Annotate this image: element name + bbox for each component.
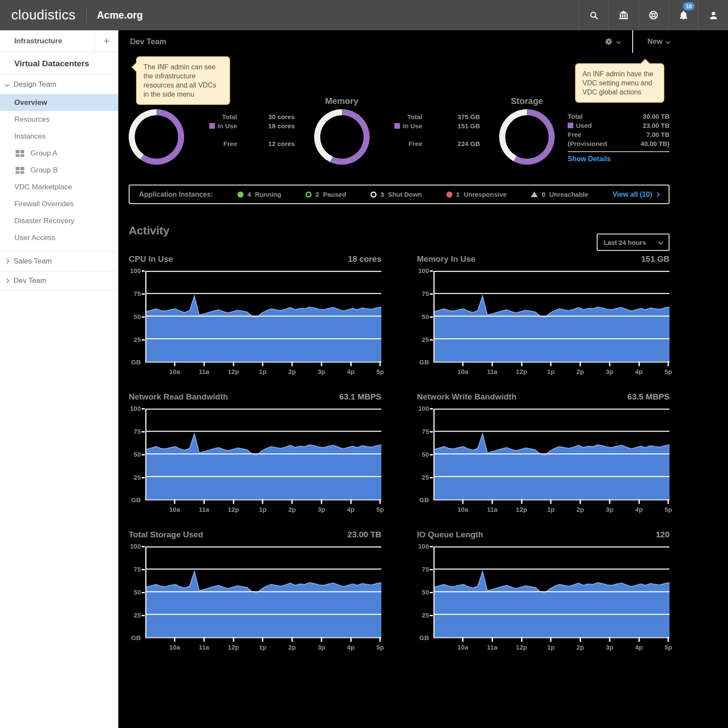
chevron-down-icon: [666, 39, 670, 44]
status-paused: 2Paused: [306, 191, 346, 198]
unresponsive-icon: [446, 192, 452, 198]
instances-label: Application Instances:: [139, 191, 213, 198]
gear-icon: [604, 37, 613, 46]
activity-title: Activity: [129, 224, 169, 237]
storage-legend: Total30.00 TB Used23.00 TB Free7.00 TB (…: [568, 96, 670, 182]
area-chart-plot: 10a11a12p1p2p3p4p5p: [145, 546, 381, 638]
header-actions: 10: [578, 0, 728, 30]
life-ring-icon: [648, 10, 659, 20]
paused-icon: [306, 192, 312, 198]
storage-donut-chart: [499, 109, 555, 165]
search-icon: [589, 10, 599, 20]
tooltip-vdc-settings: An INF admin have the VDC setting menu a…: [575, 63, 664, 103]
sidebar-item-dev-team[interactable]: Dev Team: [0, 271, 118, 290]
cpu-donut-chart: [129, 109, 184, 165]
running-icon: [237, 192, 244, 198]
vdc-header-bar: Dev Team New: [129, 30, 670, 53]
chart-title: CPU In Use: [129, 254, 173, 264]
view-all-link[interactable]: View all (10): [613, 191, 659, 198]
y-axis-labels: 100755025GB: [417, 409, 432, 500]
shutdown-icon: [370, 192, 377, 198]
sidebar-title: Infrastructure: [0, 30, 94, 52]
chevron-right-icon: [4, 259, 9, 263]
sidebar-item-user-access[interactable]: User Access: [0, 229, 118, 246]
org-name: Acme.org: [97, 10, 143, 21]
activity-header: Activity Last 24 hours: [129, 224, 670, 252]
memory-donut-chart: [314, 109, 370, 165]
add-vdc-button[interactable]: +: [94, 30, 118, 52]
app-root: cloudistics Acme.org 10: [0, 0, 728, 728]
notification-badge: 10: [683, 2, 695, 10]
y-axis-labels: 100755025GB: [417, 546, 432, 638]
vdc-title: Dev Team: [129, 37, 166, 46]
sidebar-section-title: Virtual Datacenters: [0, 52, 118, 75]
divider: [0, 290, 118, 291]
new-button[interactable]: New: [647, 37, 670, 46]
sidebar-item-sales-team[interactable]: Sales Team: [0, 252, 118, 271]
app-logo: cloudistics: [11, 7, 76, 23]
chart-value: 120: [656, 530, 670, 540]
sidebar-header: Infrastructure +: [0, 30, 118, 52]
area-chart-plot: 10a11a12p1p2p3p4p5p: [145, 409, 381, 500]
brand-divider: [86, 7, 87, 23]
sidebar-item-overview[interactable]: Overview: [0, 94, 118, 111]
chart-network-write: Network Write Bandwidth63.5 MBPS 1007550…: [417, 392, 670, 500]
vdc-actions: New: [604, 30, 670, 53]
activity-charts: CPU In Use18 cores 100755025GB10a11a12p1…: [129, 254, 670, 638]
in-use-swatch: [209, 123, 215, 129]
storage-title: Storage: [499, 96, 555, 106]
chart-title: Memory In Use: [417, 254, 475, 264]
status-running: 4Running: [237, 191, 281, 198]
chart-value: 63.1 MBPS: [339, 392, 381, 402]
resources-summary: The INF admin can see the infrastructure…: [129, 53, 670, 182]
y-axis-labels: 100755025GB: [417, 271, 432, 363]
area-chart-plot: 10a11a12p1p2p3p4p5p: [145, 271, 381, 363]
y-axis-labels: 100755025GB: [129, 271, 143, 363]
status-unreachable: 0Unreachable: [531, 191, 588, 198]
group-grid-icon: [16, 167, 24, 174]
time-range-dropdown[interactable]: Last 24 hours: [597, 234, 670, 251]
sidebar-item-group-b[interactable]: Group B: [0, 162, 118, 179]
organization-button[interactable]: [608, 0, 638, 30]
group-grid-icon: [16, 150, 24, 157]
chart-network-read: Network Read Bandwidth63.1 MBPS 10075502…: [129, 392, 381, 500]
application-instances-bar: Application Instances: 4Running 2Paused …: [129, 185, 670, 204]
resource-memory: Memory Total375 GB In Use151 GB Free224 …: [314, 96, 480, 182]
chart-io-queue: IO Queue Length120 100755025GB10a11a12p1…: [417, 530, 670, 638]
in-use-swatch: [394, 123, 400, 129]
chevron-down-icon: [658, 240, 663, 244]
chart-value: 18 cores: [348, 254, 381, 264]
memory-legend: Total375 GB In Use151 GB Free224 GB: [383, 96, 480, 182]
sidebar-item-group-a[interactable]: Group A: [0, 145, 118, 162]
user-icon: [708, 10, 718, 20]
chevron-down-icon: [617, 39, 621, 44]
notifications-button[interactable]: 10: [668, 0, 698, 30]
y-axis-labels: 100755025GB: [129, 409, 143, 500]
sidebar-item-firewall-overrides[interactable]: Firewall Overrides: [0, 195, 118, 212]
tooltip-infrastructure: The INF admin can see the infrastructure…: [136, 56, 230, 105]
brand: cloudistics Acme.org: [0, 0, 143, 30]
resource-cpu: CPU Total30 cores In Use18 cores Free12 …: [129, 96, 295, 182]
search-button[interactable]: [578, 0, 608, 30]
sidebar: Infrastructure + Virtual Datacenters Des…: [0, 30, 118, 728]
user-menu-button[interactable]: [698, 0, 728, 30]
sidebar-item-instances[interactable]: Instances: [0, 128, 118, 145]
y-axis-labels: 100755025GB: [129, 546, 143, 638]
chart-memory-in-use: Memory In Use151 GB 100755025GB10a11a12p…: [417, 254, 670, 363]
sidebar-item-design-team[interactable]: Design Team: [0, 75, 118, 94]
chart-total-storage: Total Storage Used23.00 TB 100755025GB10…: [129, 530, 381, 638]
support-button[interactable]: [638, 0, 668, 30]
chart-title: Network Read Bandwidth: [129, 392, 228, 402]
used-swatch: [568, 123, 573, 128]
sidebar-item-vdc-marketplace[interactable]: VDC Marketplace: [0, 179, 118, 195]
sidebar-item-disaster-recovery[interactable]: Disaster Recovery: [0, 212, 118, 229]
bell-icon: [679, 10, 689, 20]
divider: [632, 30, 633, 53]
chart-value: 151 GB: [641, 254, 670, 264]
vdc-settings-button[interactable]: [604, 37, 620, 46]
show-details-link[interactable]: Show Details: [568, 155, 611, 163]
sidebar-item-resources[interactable]: Resources: [0, 111, 118, 128]
resource-storage: Storage Total30.00 TB Used23.00 TB Free7…: [499, 96, 670, 182]
area-chart-plot: 10a11a12p1p2p3p4p5p: [433, 409, 670, 500]
cpu-legend: Total30 cores In Use18 cores Free12 core…: [197, 96, 295, 182]
